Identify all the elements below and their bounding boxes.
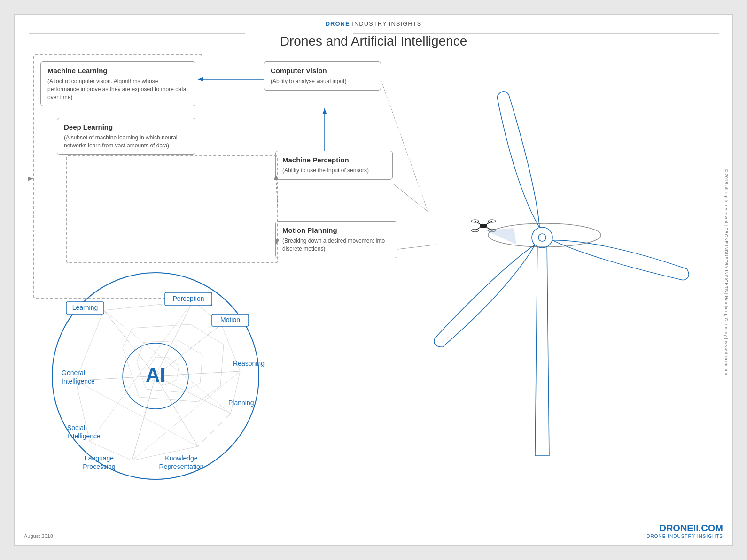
svg-line-34	[90, 301, 193, 442]
svg-text:Social: Social	[67, 424, 85, 431]
dashed-inner-box	[66, 155, 278, 263]
svg-text:Processing: Processing	[83, 463, 115, 470]
ai-circle-svg: AI Perception Motion Learning Reasoning …	[43, 263, 268, 489]
svg-text:Learning: Learning	[72, 304, 98, 311]
footer-date: August 2018	[24, 533, 53, 539]
svg-text:Reasoning: Reasoning	[233, 360, 265, 367]
svg-text:Knowledge: Knowledge	[165, 454, 197, 462]
svg-line-28	[198, 414, 231, 446]
machine-perception-box: Machine Perception (Ability to use the i…	[275, 151, 393, 180]
svg-text:Intelligence: Intelligence	[67, 432, 101, 440]
cv-description: (Ability to analyse visual input)	[271, 77, 374, 85]
deep-learning-box: Deep Learning (A subset of machine learn…	[57, 118, 195, 155]
motion-title: Motion Planning	[282, 226, 390, 234]
motion-description: (Breaking down a desired movement into d…	[282, 237, 390, 253]
side-text-container: © 2018 all rights reserved | DRONE INDUS…	[722, 61, 731, 484]
computer-vision-box: Computer Vision (Ability to analyse visu…	[264, 61, 381, 91]
svg-text:AI: AI	[146, 364, 165, 386]
ai-circle-container: AI Perception Motion Learning Reasoning …	[43, 263, 268, 489]
footer-brand: DRONEII.COM DRONE INDUSTRY INSIGHTS	[646, 523, 723, 539]
svg-text:Intelligence: Intelligence	[62, 377, 95, 385]
ml-title: Machine Learning	[47, 67, 188, 75]
svg-text:Language: Language	[85, 454, 114, 462]
svg-text:General: General	[62, 369, 85, 376]
svg-text:Representation: Representation	[159, 463, 204, 470]
svg-text:Motion: Motion	[220, 316, 240, 323]
cv-title: Computer Vision	[271, 67, 374, 75]
turbine-container	[389, 61, 695, 484]
dl-title: Deep Learning	[64, 123, 188, 131]
header-lines	[15, 27, 732, 36]
brand-subtitle: DRONE INDUSTRY INSIGHTS	[646, 534, 723, 539]
svg-text:Perception: Perception	[173, 295, 204, 302]
svg-line-27	[231, 371, 240, 414]
svg-point-56	[538, 234, 546, 241]
brand-rest: INDUSTRY INSIGHTS	[350, 20, 422, 27]
svg-marker-54	[535, 240, 549, 456]
brand-drone: DRONE	[326, 20, 350, 27]
svg-text:Planning: Planning	[228, 399, 254, 407]
svg-line-13	[156, 324, 221, 376]
svg-line-18	[90, 376, 156, 442]
main-frame: DRONE INDUSTRY INSIGHTS Drones and Artif…	[14, 14, 733, 546]
svg-line-17	[132, 376, 156, 460]
machine-learning-box: Machine Learning (A tool of computer vis…	[40, 61, 195, 106]
copyright-text: © 2018 all rights reserved | DRONE INDUS…	[724, 169, 729, 376]
motion-planning-box: Motion Planning (Breaking down a desired…	[275, 221, 397, 258]
svg-rect-58	[480, 224, 487, 228]
mp-description: (Ability to use the input of sensors)	[282, 167, 386, 175]
mp-title: Machine Perception	[282, 156, 386, 164]
svg-line-14	[156, 371, 240, 376]
wind-turbine-svg	[389, 61, 695, 484]
brand-name: DRONEII.COM	[646, 523, 723, 534]
svg-marker-23	[123, 324, 224, 402]
ml-description: (A tool of computer vision. Algorithms w…	[47, 77, 188, 101]
dl-description: (A subset of machine learning in which n…	[64, 134, 188, 150]
